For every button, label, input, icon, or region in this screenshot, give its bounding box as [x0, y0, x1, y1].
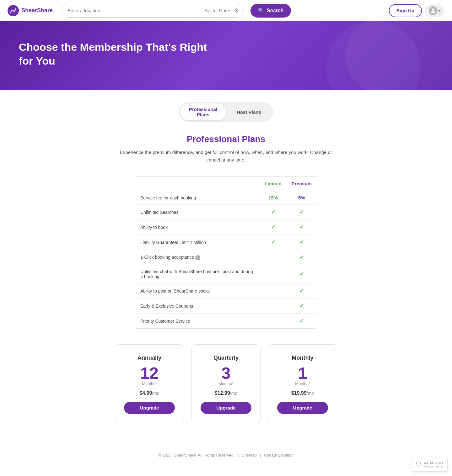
comparison-table-wrapper: Limited Premium Service fee for each boo… — [135, 176, 317, 329]
table-row: Liability Guarantee: Limit 1 Million✓✓ — [135, 235, 317, 250]
plans-section: Professional Plans Experience the premiu… — [19, 134, 433, 164]
table-row: 1-Click booking acceptancei✓ — [135, 250, 317, 265]
limited-col-header: Limited — [260, 177, 286, 191]
user-menu-button[interactable]: ▾ — [425, 4, 444, 17]
card-months-label: Months* — [201, 381, 251, 386]
premium-cell: ✓ — [287, 235, 317, 250]
limited-value: 15% — [268, 195, 278, 200]
footer-sep2: | — [260, 453, 261, 457]
logo-icon — [8, 5, 19, 16]
premium-cell: ✓ — [287, 250, 317, 265]
limited-cell: 15% — [260, 191, 286, 205]
search-bar: Select Dates ⚙ — [62, 4, 244, 18]
search-button[interactable]: 🔍 Search — [250, 4, 291, 18]
tab-container: Professional Plans Host Plans — [179, 102, 273, 122]
card-period: Monthly — [277, 355, 328, 361]
check-icon: ✓ — [271, 239, 275, 245]
check-icon: ✓ — [299, 271, 304, 277]
premium-value: 5% — [298, 195, 305, 200]
dates-section[interactable]: Select Dates ⚙ — [200, 4, 243, 17]
tab-professional[interactable]: Professional Plans — [180, 103, 226, 120]
table-row: Service fee for each booking15%5% — [135, 191, 317, 205]
recaptcha-links: Privacy - Terms — [424, 465, 444, 467]
check-icon: ✓ — [299, 224, 304, 230]
table-row: Unlimited Searches✓✓ — [135, 205, 317, 220]
limited-cell: ✓ — [260, 235, 286, 250]
pricing-card: Monthly 1 Months* $19.99/mo Upgrade — [268, 344, 337, 424]
feature-cell: Unlimited Searches — [135, 205, 260, 220]
card-period: Quarterly — [201, 355, 251, 361]
premium-cell: ✓ — [287, 220, 317, 235]
footer-sep1: | — [238, 453, 239, 457]
card-period: Annually — [124, 355, 175, 361]
tab-host[interactable]: Host Plans — [226, 103, 272, 120]
limited-cell — [260, 314, 286, 329]
plans-title: Professional Plans — [19, 134, 433, 144]
per-mo: /mo — [152, 391, 159, 396]
pricing-card: Quarterly 3 Months* $12.99/mo Upgrade — [191, 344, 261, 424]
signup-button[interactable]: Sign Up — [389, 4, 422, 17]
card-months-label: Months* — [277, 381, 328, 386]
premium-cell: ✓ — [287, 314, 317, 329]
premium-cell: ✓ — [287, 299, 317, 314]
hero-banner: Choose the Membership That's Right for Y… — [0, 21, 452, 90]
premium-cell: ✓ — [287, 205, 317, 220]
premium-cell: 5% — [287, 191, 317, 205]
footer: © 2023. ShearShare. All Rights Reserved.… — [0, 443, 452, 467]
card-months-num: 12 — [124, 365, 175, 381]
upgrade-button[interactable]: Upgrade — [277, 402, 328, 414]
recaptcha-icon: 🛡 — [416, 462, 422, 467]
check-icon: ✓ — [299, 318, 304, 324]
card-months-num: 1 — [277, 365, 328, 381]
limited-cell — [260, 250, 286, 265]
check-icon: ✓ — [271, 224, 275, 230]
upgrade-button[interactable]: Upgrade — [201, 402, 251, 414]
comparison-table: Limited Premium Service fee for each boo… — [135, 177, 317, 328]
limited-cell: ✓ — [260, 205, 286, 220]
check-icon: ✓ — [271, 209, 275, 215]
logo-text: ShearShare — [21, 7, 53, 14]
feature-cell: Priority Customer Service — [135, 314, 260, 329]
hero-title: Choose the Membership That's Right for Y… — [19, 40, 207, 68]
check-icon: ✓ — [299, 288, 304, 294]
feature-cell: 1-Click booking acceptancei — [135, 250, 260, 265]
card-price: $19.99/mo — [277, 390, 328, 396]
location-input[interactable] — [62, 4, 200, 17]
check-icon: ✓ — [299, 239, 304, 245]
check-icon: ✓ — [299, 254, 304, 260]
logo-link[interactable]: ShearShare — [8, 5, 53, 16]
recaptcha-label: reCAPTCHA — [424, 461, 444, 465]
feature-cell: Ability to post on ShearShare social — [135, 283, 260, 299]
tab-toggle: Professional Plans Host Plans — [19, 102, 433, 122]
recaptcha-privacy: Privacy — [424, 465, 433, 467]
table-row: Ability to post on ShearShare social✓ — [135, 283, 317, 299]
feature-cell: Unlimited chat with ShearShare host pre … — [135, 265, 260, 283]
feature-cell: Liability Guarantee: Limit 1 Million — [135, 235, 260, 250]
premium-col-header: Premium — [287, 177, 317, 191]
filter-icon: ⚙ — [234, 7, 239, 14]
navbar: ShearShare Select Dates ⚙ 🔍 Search Sign … — [0, 0, 452, 21]
footer-sitemap[interactable]: Sitemap — [242, 453, 257, 457]
feature-cell: Service fee for each booking — [135, 191, 260, 205]
upgrade-button[interactable]: Upgrade — [124, 402, 175, 414]
navbar-right: Sign Up ▾ — [389, 4, 444, 17]
footer-update-location[interactable]: Update Location — [264, 453, 294, 457]
plans-subtitle: Experience the premium difference, and g… — [119, 149, 333, 164]
table-row: Priority Customer Service✓ — [135, 314, 317, 329]
table-row: Early & Exclusive Coupons✓ — [135, 299, 317, 314]
check-icon: ✓ — [299, 303, 304, 309]
recaptcha-badge: 🛡 reCAPTCHA Privacy - Terms — [412, 458, 448, 467]
premium-cell: ✓ — [287, 265, 317, 283]
search-icon: 🔍 — [258, 8, 264, 13]
card-price: $4.99/mo — [124, 390, 175, 396]
per-mo: /mo — [307, 391, 314, 396]
limited-cell: ✓ — [260, 220, 286, 235]
limited-cell — [260, 299, 286, 314]
feature-cell: Early & Exclusive Coupons — [135, 299, 260, 314]
search-label: Search — [267, 8, 283, 13]
feature-col-header — [135, 177, 260, 191]
per-mo: /mo — [230, 391, 237, 396]
card-months-num: 3 — [201, 365, 251, 381]
info-icon[interactable]: i — [195, 255, 200, 260]
footer-copyright: © 2023. ShearShare. All Rights Reserved. — [159, 453, 235, 457]
